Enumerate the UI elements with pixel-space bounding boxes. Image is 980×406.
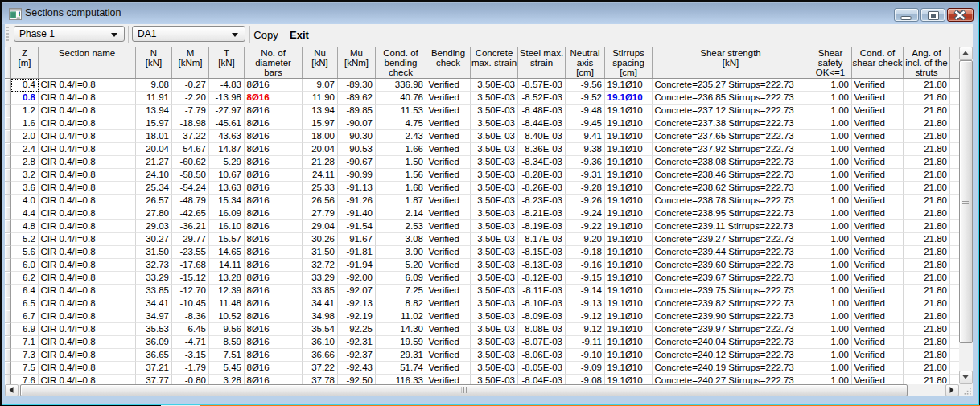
table-cell-z[interactable]: 5.2 <box>11 233 39 246</box>
table-cell-m[interactable]: -54.67 <box>172 143 209 156</box>
table-cell-nu[interactable]: 32.72 <box>303 259 338 272</box>
table-cell-neutral_axis[interactable]: -9.52 <box>566 92 605 105</box>
table-cell-section[interactable]: CIR 0.4/I=0.8 <box>39 310 136 323</box>
table-cell-concrete_strain[interactable]: 3.50E-03 <box>471 375 518 384</box>
table-cell-stirrups[interactable]: 19.1Ø10 <box>605 143 653 156</box>
table-cell-shear_strength[interactable]: Concrete=240.04 Stirrups=222.73 <box>653 336 809 349</box>
table-cell-cond_shear[interactable]: Verified <box>852 207 904 220</box>
table-cell-m[interactable]: -0.80 <box>172 375 209 384</box>
table-cell-n[interactable]: 13.94 <box>136 105 172 117</box>
table-cell-mu[interactable]: -91.67 <box>338 233 376 246</box>
table-cell-ang[interactable]: 21.80 <box>904 233 950 246</box>
table-cell-cond_shear[interactable]: Verified <box>852 117 904 130</box>
table-cell-cond_shear[interactable]: Verified <box>852 375 904 384</box>
horizontal-scrollbar[interactable] <box>5 384 959 397</box>
row-header-cell[interactable] <box>5 310 12 323</box>
table-cell-t[interactable]: -13.98 <box>209 92 245 105</box>
row-header-cell[interactable] <box>5 105 12 117</box>
table-cell-t[interactable]: -14.87 <box>209 143 245 156</box>
table-cell-bending_check[interactable]: Verified <box>426 143 471 156</box>
vertical-scrollbar[interactable] <box>959 47 974 384</box>
table-cell-n[interactable]: 27.80 <box>136 207 172 220</box>
table-cell-n[interactable]: 33.29 <box>136 272 172 285</box>
table-cell-steel_strain[interactable]: -8.40E-03 <box>518 130 566 143</box>
table-cell-n[interactable]: 26.57 <box>136 195 172 207</box>
table-cell-t[interactable]: 7.51 <box>209 349 245 362</box>
table-cell-steel_strain[interactable]: -8.28E-03 <box>518 169 566 182</box>
table-cell-cond_shear[interactable]: Verified <box>852 349 904 362</box>
table-cell-concrete_strain[interactable]: 3.50E-03 <box>471 336 518 349</box>
table-cell-bars[interactable]: 8Ø16 <box>245 195 303 207</box>
table-cell-m[interactable]: -36.21 <box>172 220 209 233</box>
table-cell-stirrups[interactable]: 19.1Ø10 <box>605 336 653 349</box>
row-header-cell[interactable] <box>5 92 12 105</box>
table-cell-t[interactable]: 10.52 <box>209 310 245 323</box>
table-cell-nu[interactable]: 37.78 <box>303 375 338 384</box>
table-cell-z[interactable]: 7.6 <box>11 375 39 384</box>
table-cell-t[interactable]: 13.28 <box>209 272 245 285</box>
table-cell-bars[interactable]: 8Ø16 <box>245 375 303 384</box>
table-cell-n[interactable]: 9.08 <box>136 79 172 92</box>
table-cell-cond_bending[interactable]: 2.43 <box>376 130 426 143</box>
table-cell-cond_bending[interactable]: 8.82 <box>376 297 426 310</box>
table-cell-nu[interactable]: 11.90 <box>303 92 338 105</box>
table-cell-shear_strength[interactable]: Concrete=237.65 Stirrups=222.73 <box>653 130 809 143</box>
table-cell-shear_safety[interactable]: 1.00 <box>809 169 852 182</box>
table-cell-ang[interactable]: 21.80 <box>904 272 950 285</box>
table-cell-concrete_strain[interactable]: 3.50E-03 <box>471 207 518 220</box>
table-cell-shear_strength[interactable]: Concrete=239.75 Stirrups=222.73 <box>653 285 809 297</box>
table-cell-t[interactable]: 3.28 <box>209 375 245 384</box>
table-cell-shear_strength[interactable]: Concrete=239.27 Stirrups=222.73 <box>653 233 809 246</box>
table-cell-concrete_strain[interactable]: 3.50E-03 <box>471 143 518 156</box>
table-cell-z[interactable]: 6.7 <box>11 310 39 323</box>
table-cell-z[interactable]: 7.5 <box>11 362 39 375</box>
table-cell-cond_bending[interactable]: 2.53 <box>376 220 426 233</box>
table-cell-shear_safety[interactable]: 1.00 <box>809 349 852 362</box>
table-cell-concrete_strain[interactable]: 3.50E-03 <box>471 105 518 117</box>
table-cell-section[interactable]: CIR 0.4/I=0.8 <box>39 259 136 272</box>
table-cell-nu[interactable]: 37.22 <box>303 362 338 375</box>
table-cell-m[interactable]: -10.45 <box>172 297 209 310</box>
table-cell-stirrups[interactable]: 19.1Ø10 <box>605 195 653 207</box>
table-cell-n[interactable]: 11.91 <box>136 92 172 105</box>
row-header-cell[interactable] <box>5 336 12 349</box>
table-cell-mu[interactable]: -91.26 <box>338 195 376 207</box>
table-cell-t[interactable]: -4.83 <box>209 79 245 92</box>
table-cell-bending_check[interactable]: Verified <box>426 323 471 336</box>
table-cell-shear_strength[interactable]: Concrete=235.27 Stirrups=222.73 <box>653 79 809 92</box>
table-cell-ang[interactable]: 21.80 <box>904 195 950 207</box>
table-cell-shear_strength[interactable]: Concrete=239.60 Stirrups=222.73 <box>653 259 809 272</box>
table-cell-steel_strain[interactable]: -8.08E-03 <box>518 323 566 336</box>
table-cell-stirrups[interactable]: 19.1Ø10 <box>605 362 653 375</box>
table-cell-neutral_axis[interactable]: -9.11 <box>566 336 605 349</box>
table-cell-bars[interactable]: 8Ø16 <box>245 233 303 246</box>
table-cell-cond_bending[interactable]: 3.08 <box>376 233 426 246</box>
table-cell-bars[interactable]: 8Ø16 <box>245 117 303 130</box>
table-cell-m[interactable]: -4.71 <box>172 336 209 349</box>
table-cell-ang[interactable]: 21.80 <box>904 182 950 195</box>
table-cell-concrete_strain[interactable]: 3.50E-03 <box>471 169 518 182</box>
table-cell-bending_check[interactable]: Verified <box>426 156 471 169</box>
table-cell-t[interactable]: 13.63 <box>209 182 245 195</box>
table-cell-nu[interactable]: 33.85 <box>303 285 338 297</box>
table-cell-mu[interactable]: -92.13 <box>338 297 376 310</box>
table-cell-mu[interactable]: -92.31 <box>338 336 376 349</box>
row-header-cell[interactable] <box>5 272 12 285</box>
table-cell-section[interactable]: CIR 0.4/I=0.8 <box>39 105 136 117</box>
table-cell-t[interactable]: 16.10 <box>209 220 245 233</box>
table-cell-bars[interactable]: 8Ø16 <box>245 182 303 195</box>
table-cell-steel_strain[interactable]: -8.26E-03 <box>518 182 566 195</box>
table-cell-shear_strength[interactable]: Concrete=239.67 Stirrups=222.73 <box>653 272 809 285</box>
table-cell-z[interactable]: 4.4 <box>11 207 39 220</box>
table-cell-bending_check[interactable]: Verified <box>426 169 471 182</box>
table-cell-shear_strength[interactable]: Concrete=237.38 Stirrups=222.73 <box>653 117 809 130</box>
table-cell-t[interactable]: 10.67 <box>209 169 245 182</box>
table-cell-bending_check[interactable]: Verified <box>426 362 471 375</box>
table-cell-bars[interactable]: 8Ø16 <box>245 220 303 233</box>
table-cell-steel_strain[interactable]: -8.11E-03 <box>518 285 566 297</box>
table-cell-bending_check[interactable]: Verified <box>426 79 471 92</box>
row-header-cell[interactable] <box>5 297 12 310</box>
table-cell-bars[interactable]: 8Ø16 <box>245 207 303 220</box>
table-cell-concrete_strain[interactable]: 3.50E-03 <box>471 285 518 297</box>
table-cell-cond_shear[interactable]: Verified <box>852 259 904 272</box>
